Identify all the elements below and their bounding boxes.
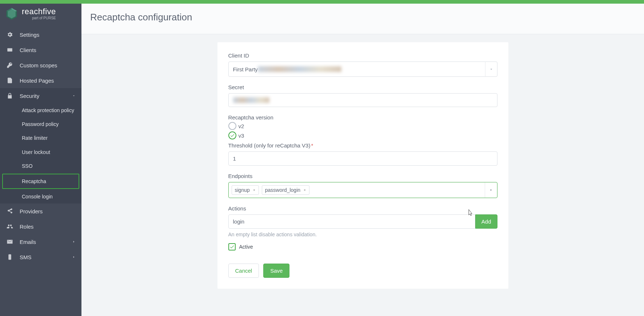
sidebar: reachfive part of PURSE Settings Clients… [0, 4, 81, 316]
sidebar-item-custom-scopes[interactable]: Custom scopes [0, 58, 81, 73]
share-icon [7, 208, 13, 214]
chevron-right-icon [72, 255, 76, 259]
page-title: Recaptcha configuration [90, 12, 635, 23]
sidebar-item-hosted-pages[interactable]: Hosted Pages [0, 73, 81, 88]
sidebar-item-label: Custom scopes [20, 62, 57, 68]
sidebar-item-label: Providers [20, 208, 43, 214]
sidebar-sub-attack-protection[interactable]: Attack protection policy [0, 103, 81, 117]
redacted-client-id [258, 66, 341, 72]
lock-icon [7, 92, 13, 99]
sidebar-item-label: Roles [20, 224, 33, 230]
sidebar-sub-console-login[interactable]: Console login [0, 190, 81, 204]
tag-password-login[interactable]: password_login [262, 185, 309, 195]
sidebar-item-providers[interactable]: Providers [0, 204, 81, 219]
sidebar-sub-recaptcha[interactable]: Recaptcha [2, 174, 79, 189]
sidebar-item-emails[interactable]: Emails [0, 234, 81, 249]
svg-rect-5 [8, 254, 11, 260]
brand-name: reachfive [22, 8, 56, 16]
actions-help: An empty list disable actions validation… [228, 232, 497, 237]
sidebar-item-sms[interactable]: SMS [0, 249, 81, 265]
sidebar-sub-user-lockout[interactable]: User lockout [0, 145, 81, 159]
actions-label: Actions [228, 205, 497, 212]
chevron-right-icon [72, 240, 76, 244]
threshold-label: Threshold (only for reCaptcha V3)* [228, 142, 497, 149]
phone-icon [7, 254, 13, 260]
secret-label: Secret [228, 84, 497, 90]
sidebar-item-label: Settings [20, 32, 39, 38]
brand: reachfive part of PURSE [0, 4, 81, 27]
page-header: Recaptcha configuration [81, 4, 644, 34]
endpoints-label: Endpoints [228, 173, 497, 179]
sidebar-security-section: Security Attack protection policy Passwo… [0, 88, 81, 204]
sidebar-item-label: SMS [20, 254, 32, 260]
sidebar-sub-password-policy[interactable]: Password policy [0, 117, 81, 131]
close-icon[interactable] [253, 189, 256, 191]
form-card: Client ID First Party Secret [217, 42, 508, 289]
svg-rect-4 [7, 48, 12, 52]
radio-v3[interactable]: v3 [228, 131, 497, 139]
client-id-prefix: First Party [233, 66, 258, 72]
active-checkbox[interactable]: Active [228, 243, 497, 250]
active-label: Active [239, 244, 253, 250]
client-id-label: Client ID [228, 52, 497, 59]
client-id-select[interactable]: First Party [228, 62, 497, 77]
mail-icon [7, 238, 13, 245]
main: Recaptcha configuration Client ID First … [81, 4, 644, 316]
action-input[interactable] [228, 214, 475, 229]
tag-signup[interactable]: signup [232, 185, 259, 195]
sidebar-item-label: Clients [20, 47, 36, 53]
sidebar-item-label: Security [20, 93, 39, 99]
sidebar-item-label: Emails [20, 239, 36, 245]
close-icon[interactable] [303, 189, 306, 191]
pages-icon [7, 77, 13, 84]
sidebar-item-roles[interactable]: Roles [0, 219, 81, 234]
sidebar-item-clients[interactable]: Clients [0, 42, 81, 58]
sidebar-item-label: Hosted Pages [20, 78, 54, 84]
sidebar-item-security[interactable]: Security [0, 88, 81, 103]
gear-icon [7, 31, 13, 38]
endpoints-multiselect[interactable]: signup password_login [228, 182, 497, 198]
brand-logo-icon [5, 7, 18, 20]
users-icon [7, 223, 13, 230]
brand-subtitle: part of PURSE [22, 16, 56, 20]
sidebar-sub-rate-limiter[interactable]: Rate limiter [0, 131, 81, 145]
version-label: Recaptcha version [228, 114, 497, 121]
key-icon [7, 62, 13, 68]
radio-v2[interactable]: v2 [228, 122, 497, 130]
cancel-button[interactable]: Cancel [228, 264, 259, 278]
redacted-secret [233, 97, 269, 103]
check-icon [229, 244, 235, 249]
sidebar-item-settings[interactable]: Settings [0, 27, 81, 42]
card-icon [7, 47, 13, 53]
check-icon [230, 133, 235, 138]
threshold-input[interactable] [228, 151, 497, 166]
top-accent-bar [0, 0, 644, 4]
chevron-down-icon [485, 62, 497, 77]
chevron-down-icon [485, 182, 497, 198]
sidebar-sub-sso[interactable]: SSO [0, 159, 81, 173]
chevron-down-icon [72, 94, 76, 98]
save-button[interactable]: Save [263, 264, 289, 278]
add-button[interactable]: Add [475, 214, 497, 229]
secret-input[interactable] [228, 93, 497, 107]
